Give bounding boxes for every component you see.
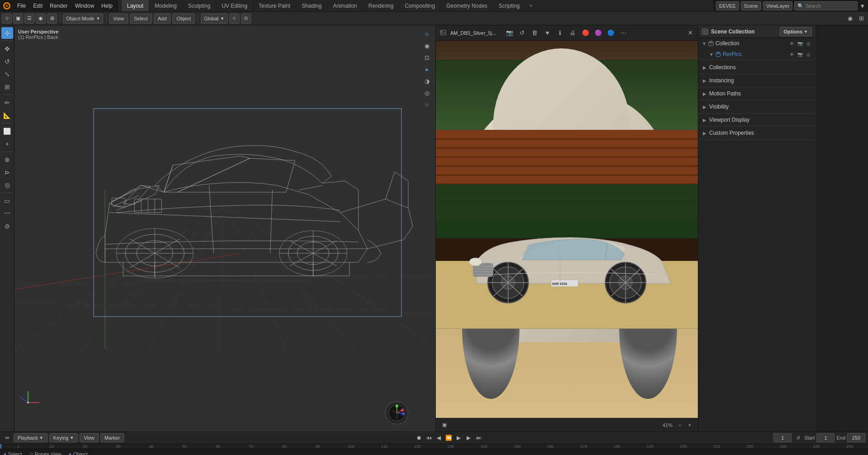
record-btn[interactable]: ⏺ <box>415 433 424 442</box>
start-frame-input[interactable] <box>816 433 835 442</box>
image-viewer-footer-icon[interactable]: ▣ <box>439 420 449 430</box>
image-viewer-render-btn[interactable]: 📷 <box>505 28 515 38</box>
add-cube-tool[interactable]: ⬜ <box>1 125 13 137</box>
image-viewer-refresh-btn[interactable]: ↺ <box>517 28 527 38</box>
object-menu[interactable]: Object <box>172 14 195 24</box>
timeline-track[interactable]: 1 10 20 30 40 50 60 70 80 90 100 110 120… <box>0 444 868 449</box>
snap-tool[interactable]: ⊳ <box>1 166 13 178</box>
viewport-solid-mode[interactable]: ● <box>422 64 432 74</box>
image-viewer-channel-btn[interactable]: 🟣 <box>593 28 603 38</box>
jump-start-btn[interactable]: ⏮ <box>424 433 434 442</box>
rerpics-camera-icon[interactable]: 📷 <box>796 51 804 58</box>
viewport-overlay-toggle[interactable]: ◉ <box>422 41 432 51</box>
object-mode-dropdown[interactable]: Object Mode ▼ <box>63 14 103 24</box>
image-viewer-content[interactable]: XMR 935A <box>436 41 698 418</box>
rerpics-eye-icon[interactable]: 👁 <box>788 51 796 58</box>
playback-menu[interactable]: Playback ▼ <box>14 433 48 442</box>
tab-texture-paint[interactable]: Texture Paint <box>253 0 296 11</box>
overlay-icon[interactable]: ◉ <box>845 14 855 24</box>
tab-shading[interactable]: Shading <box>296 0 328 11</box>
tab-scripting[interactable]: Scripting <box>493 0 526 11</box>
current-frame-input[interactable] <box>773 433 792 442</box>
viewport-xray-toggle[interactable]: ⊡ <box>422 52 432 62</box>
viewport-gizmo-icon[interactable]: ⊹ <box>422 29 432 39</box>
transform-space-dropdown[interactable]: Global ▼ <box>201 14 228 24</box>
viewport-icon-4[interactable]: ◉ <box>36 14 46 24</box>
box-select[interactable]: ▭ <box>1 195 13 207</box>
play-back-btn[interactable]: ⏪ <box>444 433 453 442</box>
image-viewer-print-btn[interactable]: 🖨 <box>568 28 578 38</box>
proportional-edit-icon[interactable]: ⊙ <box>241 14 251 24</box>
tab-geometry-nodes[interactable]: Geometry Nodes <box>441 0 493 11</box>
image-viewer-display-btn[interactable]: 🔵 <box>606 28 616 38</box>
menu-window[interactable]: Window <box>71 2 98 10</box>
misc-tool[interactable]: ⊘ <box>1 220 13 232</box>
viewport-icon-5[interactable]: ⊞ <box>47 14 57 24</box>
step-back-btn[interactable]: ◀ <box>434 433 444 442</box>
jump-end-btn[interactable]: ⏭ <box>474 433 483 442</box>
view-menu[interactable]: View <box>109 14 128 24</box>
move-tool[interactable]: ✥ <box>1 43 13 55</box>
menu-render[interactable]: Render <box>46 2 71 10</box>
rerpics-item[interactable]: ▼ RerPics 👁 📷 ◎ <box>698 49 816 60</box>
cursor-tool[interactable]: ⊹ <box>1 27 13 39</box>
collection-parent[interactable]: ▼ Collection 👁 📷 ◎ <box>698 38 816 49</box>
tab-uv-editing[interactable]: UV Editing <box>216 0 253 11</box>
viewport-icon-3[interactable]: ☰ <box>24 14 34 24</box>
tab-layout[interactable]: Layout <box>122 0 149 11</box>
image-viewer-info-btn[interactable]: ℹ <box>555 28 565 38</box>
view-layer-selector[interactable]: ViewLayer <box>763 1 792 10</box>
menu-help[interactable]: Help <box>98 2 116 10</box>
image-viewer-star-btn[interactable]: ♥ <box>543 28 553 38</box>
collections-header[interactable]: ▶ Collections <box>698 61 816 74</box>
play-btn[interactable]: ▶ <box>454 433 463 442</box>
tab-compositing[interactable]: Compositing <box>399 0 441 11</box>
select-menu[interactable]: Select <box>130 14 152 24</box>
viewport-material-mode[interactable]: ◎ <box>422 88 432 98</box>
image-viewer-more-btn[interactable]: ⋯ <box>619 28 629 38</box>
filter-icon[interactable]: ▼ <box>859 3 865 9</box>
end-frame-input[interactable] <box>847 433 865 442</box>
measure-tool[interactable]: 📐 <box>1 109 13 121</box>
viewport-render-mode[interactable]: ○ <box>422 100 432 109</box>
custom-properties-header[interactable]: ▶ Custom Properties <box>698 127 816 139</box>
image-viewer-delete-btn[interactable]: 🗑 <box>530 28 540 38</box>
transform-tool[interactable]: ⊞ <box>1 81 13 93</box>
image-viewer-close-btn[interactable]: ✕ <box>685 28 695 38</box>
paint-tool[interactable]: 〰 <box>1 208 13 219</box>
search-box[interactable]: 🔍 Search <box>794 1 858 10</box>
scene-selector[interactable]: Scene <box>741 1 761 10</box>
tab-animation[interactable]: Animation <box>328 0 363 11</box>
annotate-tool[interactable]: ✏ <box>1 97 13 109</box>
zoom-in-btn[interactable]: + <box>685 421 694 430</box>
add-menu[interactable]: Add <box>154 14 171 24</box>
menu-file[interactable]: File <box>14 2 29 10</box>
collection-eye-icon[interactable]: 👁 <box>788 40 796 47</box>
outliner-options-btn[interactable]: Options ▼ <box>780 27 812 36</box>
marker-menu[interactable]: Marker <box>100 433 124 442</box>
motion-paths-header[interactable]: ▶ Motion Paths <box>698 87 816 100</box>
render-engine-selector[interactable]: EEVEE <box>716 1 739 10</box>
add-object-tool[interactable]: + <box>1 138 13 150</box>
viewport-icon-1[interactable]: ⊹ <box>2 14 12 24</box>
tab-sculpting[interactable]: Sculpting <box>183 0 216 11</box>
origin-tool[interactable]: ⊕ <box>1 154 13 166</box>
tab-rendering[interactable]: Rendering <box>363 0 399 11</box>
step-forward-btn[interactable]: ▶ <box>464 433 473 442</box>
viewport[interactable]: User Perspective (1) RerPics | Back <box>14 25 435 431</box>
tab-modeling[interactable]: Modeling <box>149 0 183 11</box>
viewport-icon-2[interactable]: ▣ <box>13 14 23 24</box>
view-menu-timeline[interactable]: View <box>80 433 99 442</box>
visibility-header[interactable]: ▶ Visibility <box>698 100 816 113</box>
menu-edit[interactable]: Edit <box>29 2 46 10</box>
image-viewer-scope-btn[interactable]: 🔴 <box>581 28 591 38</box>
rotate-tool[interactable]: ↺ <box>1 56 13 67</box>
rerpics-render-icon[interactable]: ◎ <box>805 51 812 58</box>
zoom-out-btn[interactable]: − <box>675 421 684 430</box>
collection-camera-icon[interactable]: 📷 <box>796 40 804 47</box>
navigation-gizmo[interactable]: X Y Z <box>386 402 408 424</box>
gizmo-icon[interactable]: ⊞ <box>856 14 866 24</box>
sync-icon[interactable]: ↺ <box>793 433 802 442</box>
keying-menu[interactable]: Keying ▼ <box>49 433 78 442</box>
collection-render-icon[interactable]: ◎ <box>805 40 812 47</box>
